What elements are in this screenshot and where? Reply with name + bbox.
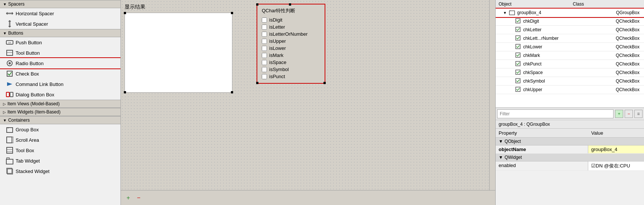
widget-tab-widget[interactable]: Tab Widget <box>0 156 120 166</box>
svg-rect-32 <box>516 44 520 49</box>
tree-row-chkPunct[interactable]: chkPunctQCheckBox <box>496 60 644 68</box>
widget-horizontal-spacer[interactable]: Horizontal Spacer <box>0 8 120 19</box>
tree-row-chkMark[interactable]: chkMarkQCheckBox <box>496 51 644 60</box>
type-chkLetter: QCheckBox <box>616 27 643 32</box>
tool-box-label: Tool Box <box>16 148 34 153</box>
containers-label: Containers <box>8 118 30 123</box>
checkbox-isDigit[interactable] <box>262 17 267 23</box>
checkbox-isUpper[interactable] <box>262 39 267 44</box>
tool-button-label: Tool Button <box>16 50 40 56</box>
widget-radio-button[interactable]: Radio Button <box>0 58 120 68</box>
item-views-arrow: ▷ <box>3 102 6 106</box>
svg-rect-34 <box>516 61 520 66</box>
tree-row-chkDigit[interactable]: chkDigitQCheckBox <box>496 17 644 26</box>
checkbox-label-isSymbol: isSymbol <box>269 67 289 72</box>
filter-add-btn[interactable]: + <box>615 110 623 118</box>
tab-widget-icon <box>6 157 13 164</box>
widget-check-box[interactable]: Check Box <box>0 68 120 79</box>
checkbox-isMark[interactable] <box>262 53 267 58</box>
tree-row-groupbox4[interactable]: ▼ ■ groupBox_4 QGroupBox <box>496 9 644 17</box>
widget-dialog-button-box[interactable]: Dialog Button Box <box>0 89 120 100</box>
svg-rect-0 <box>7 13 13 14</box>
prop-row-objectname[interactable]: objectName groupBox_4 <box>496 145 644 154</box>
checkbox-isLetterOrNumber[interactable] <box>262 32 267 37</box>
tree-row-chkUpper[interactable]: chkUpperQCheckBox <box>496 86 644 94</box>
svg-rect-31 <box>516 36 520 40</box>
remove-button[interactable]: − <box>134 193 143 202</box>
type-chkDigit: QCheckBox <box>616 19 643 24</box>
section-item-views[interactable]: ▷ Item Views (Model-Based) <box>0 100 120 108</box>
filter-input[interactable] <box>497 109 614 118</box>
type-chkLettRNumber: QCheckBox <box>616 36 643 41</box>
svg-marker-2 <box>12 12 13 15</box>
icon-chkMark <box>515 52 522 59</box>
tree-row-chkLetter[interactable]: chkLetterQCheckBox <box>496 26 644 34</box>
vertical-scrollbar[interactable] <box>489 0 495 190</box>
handle-bl <box>124 91 126 93</box>
tree-row-chkSymbol[interactable]: chkSymbolQCheckBox <box>496 77 644 86</box>
tree-row-chkLettRNumber[interactable]: chkLett...rNumberQCheckBox <box>496 34 644 43</box>
widget-stacked-widget[interactable]: Stacked Widget <box>0 166 120 176</box>
section-spacers[interactable]: ▼ Spacers <box>0 0 120 8</box>
widget-push-button[interactable]: OK Push Button <box>0 37 120 48</box>
section-containers[interactable]: ▼ Containers <box>0 116 120 124</box>
widget-group-box[interactable]: ■ Group Box <box>0 124 120 135</box>
qwidget-label: QWidget <box>505 155 522 160</box>
widget-scroll-area[interactable]: Scroll Area <box>0 135 120 145</box>
checkbox-item-isLetterOrNumber: isLetterOrNumber <box>262 31 320 38</box>
prop-value-objectname[interactable]: groupBox_4 <box>588 145 644 153</box>
widget-command-link-button[interactable]: Command Link Button <box>0 79 120 89</box>
svg-text:■: ■ <box>7 126 9 129</box>
qwidget-expand-icon[interactable]: ▼ <box>499 155 503 160</box>
widget-tool-button[interactable]: Tool Button <box>0 48 120 58</box>
checkbox-isSymbol[interactable] <box>262 67 267 72</box>
checkbox-isSpace[interactable] <box>262 60 267 65</box>
svg-rect-15 <box>10 92 13 97</box>
radio-button-icon <box>6 60 13 67</box>
svg-rect-3 <box>9 21 10 27</box>
widget-tool-box[interactable]: Tool Box <box>0 145 120 156</box>
object-tree: Object Class ▼ ■ groupBox_4 QGroupBox ch… <box>496 0 644 108</box>
item-views-label: Item Views (Model-Based) <box>7 101 60 106</box>
svg-rect-33 <box>516 53 520 57</box>
radio-button-label: Radio Button <box>16 61 44 66</box>
svg-point-11 <box>9 62 11 64</box>
svg-marker-4 <box>8 20 11 22</box>
filter-remove-btn[interactable]: − <box>625 110 633 118</box>
checkbox-isPunct[interactable] <box>262 74 267 79</box>
tree-row-chkSpace[interactable]: chkSpaceQCheckBox <box>496 68 644 77</box>
checkbox-isLetter[interactable] <box>262 25 267 30</box>
add-button[interactable]: + <box>124 193 133 202</box>
checkbox-item-isDigit: isDigit <box>262 16 320 23</box>
selected-object-label: groupBox_4 : QGroupBox <box>496 120 644 129</box>
type-chkSpace: QCheckBox <box>616 70 643 75</box>
svg-rect-20 <box>7 147 13 153</box>
prop-value-enabled[interactable]: ☑DN @俊在:CPU <box>588 161 644 170</box>
prop-row-enabled[interactable]: enabled ☑DN @俊在:CPU <box>496 161 644 171</box>
dialog-button-box-label: Dialog Button Box <box>16 92 54 97</box>
checkbox-label-isLetter: isLetter <box>269 24 285 30</box>
icon-chkSpace <box>515 69 522 76</box>
section-item-widgets[interactable]: ▷ Item Widgets (Item-Based) <box>0 108 120 116</box>
checkbox-item-isUpper: isUpper <box>262 38 320 45</box>
filter-options-btn[interactable]: ≡ <box>634 110 643 118</box>
display-box <box>125 13 232 93</box>
widget-vertical-spacer[interactable]: Vertical Spacer <box>0 19 120 29</box>
qchar-title: QChar特性判断 <box>262 7 320 14</box>
checkbox-isLower[interactable] <box>262 46 267 51</box>
qchar-handle-br <box>323 82 326 84</box>
qobject-expand-icon[interactable]: ▼ <box>499 139 503 144</box>
section-buttons[interactable]: ▼ Buttons <box>0 29 120 37</box>
property-table: Property Value ▼ QObject objectName grou… <box>496 129 644 205</box>
tab-widget-label: Tab Widget <box>16 158 40 164</box>
checkbox-item-isLetter: isLetter <box>262 23 320 31</box>
tree-expand-groupbox4[interactable]: ▼ <box>503 11 509 15</box>
vertical-spacer-label: Vertical Spacer <box>16 21 48 27</box>
qchar-handle-tl <box>256 3 258 6</box>
type-chkLower: QCheckBox <box>616 44 643 49</box>
qchar-group-box: QChar特性判断 isDigitisLetterisLetterOrNumbe… <box>257 4 325 84</box>
containers-arrow: ▼ <box>3 118 7 122</box>
type-chkPunct: QCheckBox <box>616 61 643 67</box>
tree-row-chkLower[interactable]: chkLowerQCheckBox <box>496 43 644 51</box>
svg-rect-36 <box>516 79 520 83</box>
